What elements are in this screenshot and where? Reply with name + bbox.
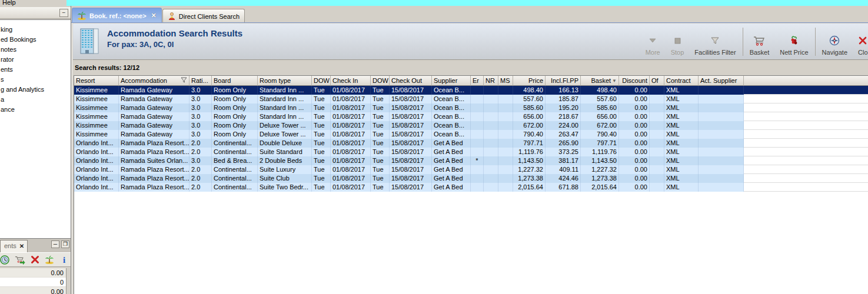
table-row[interactable]: KissimmeeRamada Gateway3.0Room OnlyStand…	[74, 86, 868, 95]
cell-of	[650, 156, 664, 165]
column-header-basket[interactable]: Basket▼	[581, 76, 619, 86]
column-header-incl-fl-pp[interactable]: Incl.Fl.PP	[546, 76, 581, 86]
filter-icon[interactable]	[181, 77, 187, 84]
clo-button[interactable]: Clo	[853, 25, 868, 58]
table-row[interactable]: Orlando Int...Ramada Plaza Resort...2.0C…	[74, 174, 868, 183]
cell-board: Room Only	[212, 112, 258, 121]
column-header-check-in[interactable]: Check In	[331, 76, 371, 86]
basket-button[interactable]: Basket	[744, 25, 775, 58]
table-row[interactable]: Orlando Int...Ramada Plaza Resort...2.0C…	[74, 148, 868, 156]
row-filler	[744, 183, 868, 192]
column-header-check-out[interactable]: Check Out	[390, 76, 432, 86]
table-row[interactable]: Orlando Int...Ramada Plaza Resort...2.0C…	[74, 139, 868, 148]
column-header-label: Accommodation	[121, 77, 167, 84]
column-header-nr[interactable]: NR	[484, 76, 498, 86]
cell-discount: 0.00	[619, 148, 650, 156]
table-row[interactable]: Orlando Int...Ramada Plaza Resort...2.0C…	[74, 165, 868, 174]
column-header-filler	[744, 76, 868, 86]
cell-ms	[498, 156, 513, 165]
cell-check-out: 15/08/2017	[390, 130, 432, 139]
table-row[interactable]: Orlando Int...Ramada Suites Orlan...3.0B…	[74, 156, 868, 165]
cell-incl-fl-pp: 671.88	[546, 183, 581, 192]
cell-nr	[484, 148, 498, 156]
column-header-label: Price	[528, 77, 543, 84]
table-row[interactable]: KissimmeeRamada Gateway3.0Room OnlyStand…	[74, 103, 868, 112]
cell-er	[471, 130, 484, 139]
cell-room-type: Suite Luxury	[258, 165, 312, 174]
column-header-resort[interactable]: Resort	[74, 76, 119, 86]
column-header-er[interactable]: Er	[471, 76, 484, 86]
navigate-button[interactable]: Navigate	[817, 25, 853, 58]
column-header-room-type[interactable]: Room type	[258, 76, 312, 86]
column-header-dow[interactable]: DOW	[371, 76, 390, 86]
cell-check-out: 15/08/2017	[390, 156, 432, 165]
cell-board: Room Only	[212, 95, 258, 103]
cell-board: Continental...	[212, 148, 258, 156]
cell-incl-fl-pp: 265.90	[546, 139, 581, 148]
table-row[interactable]: KissimmeeRamada Gateway3.0Room OnlyDelux…	[74, 121, 868, 130]
cell-supplier: Ocean B...	[432, 112, 471, 121]
close-icon[interactable]: ✕	[19, 243, 24, 249]
toolbar-separator	[815, 28, 816, 56]
restore-button[interactable]: ❐	[61, 240, 69, 248]
cell-dow: Tue	[312, 86, 331, 95]
cell-dow: Tue	[312, 148, 331, 156]
sidebar-item[interactable]: ents	[0, 65, 71, 75]
sidebar-item[interactable]: g and Analytics	[0, 85, 71, 95]
column-header-ms[interactable]: MS	[498, 76, 513, 86]
column-header-discount[interactable]: Discount	[619, 76, 650, 86]
cell-basket: 2,015.64	[581, 183, 619, 192]
sidebar-item[interactable]: ance	[0, 105, 71, 115]
cell-er	[471, 103, 484, 112]
cell-supplier: Get A Bed	[432, 156, 471, 165]
cell-price: 1,273.38	[513, 174, 546, 183]
collapse-button[interactable]: −	[59, 9, 68, 17]
column-header-act-supplier[interactable]: Act. Supplier	[699, 76, 744, 86]
cell-check-in: 01/08/2017	[331, 121, 371, 130]
cell-check-in: 01/08/2017	[331, 86, 371, 95]
column-header-board[interactable]: Board	[212, 76, 258, 86]
tab-close-icon[interactable]: ✕	[151, 12, 157, 19]
sidebar-item[interactable]: rator	[0, 55, 71, 65]
cell-price: 557.60	[513, 95, 546, 103]
sidebar-item[interactable]: ed Bookings	[0, 35, 71, 45]
cell-discount: 0.00	[619, 121, 650, 130]
sidebar-item[interactable]: king	[0, 25, 71, 35]
tab-direct-clients-search[interactable]: Direct Clients Search	[162, 9, 245, 23]
cell-discount: 0.00	[619, 130, 650, 139]
cell-er	[471, 86, 484, 95]
column-header-rati-[interactable]: Rati...	[189, 76, 212, 86]
info-icon[interactable]: i	[59, 255, 69, 265]
column-header-dow[interactable]: DOW	[312, 76, 331, 86]
cell-incl-fl-pp: 409.11	[546, 165, 581, 174]
table-row[interactable]: KissimmeeRamada Gateway3.0Room OnlyStand…	[74, 112, 868, 121]
menu-bar: Help	[0, 0, 868, 6]
column-header-of[interactable]: Of	[650, 76, 664, 86]
menu-help[interactable]: Help	[2, 0, 16, 6]
bottom-panel-tab[interactable]: ents✕	[0, 240, 28, 252]
table-row[interactable]: KissimmeeRamada Gateway3.0Room OnlyDelux…	[74, 130, 868, 139]
sidebar-item[interactable]: s	[0, 75, 71, 85]
sidebar-item[interactable]: notes	[0, 45, 71, 55]
cell-resort: Kissimmee	[74, 95, 119, 103]
column-header-supplier[interactable]: Supplier	[432, 76, 471, 86]
column-header-accommodation[interactable]: Accommodation	[119, 76, 189, 86]
delete-x-icon[interactable]	[29, 255, 40, 265]
sidebar-item[interactable]: a	[0, 95, 71, 105]
facilities-filter-button[interactable]: Facilities Filter	[689, 25, 741, 58]
toolbar-button-label: Navigate	[822, 49, 847, 56]
cell-discount: 0.00	[619, 86, 650, 95]
globe-clock-icon[interactable]	[0, 255, 11, 265]
nett-price-button[interactable]: Nett Price	[774, 25, 813, 58]
cell-resort: Orlando Int...	[74, 148, 119, 156]
cell-dow: Tue	[312, 183, 331, 192]
table-row[interactable]: Orlando Int...Ramada Plaza Resort...2.0C…	[74, 183, 868, 192]
table-row[interactable]: KissimmeeRamada Gateway3.0Room OnlyStand…	[74, 95, 868, 103]
minimize-button[interactable]: ─	[51, 240, 59, 248]
column-header-contract[interactable]: Contract	[664, 76, 699, 86]
cart-arrow-icon[interactable]	[15, 255, 25, 265]
toolbar-button-label: Nett Price	[780, 49, 808, 56]
column-header-price[interactable]: Price	[513, 76, 546, 86]
tab-booking-ref[interactable]: Book. ref.: <none>✕	[72, 8, 162, 23]
palm-island-icon[interactable]	[44, 255, 55, 265]
